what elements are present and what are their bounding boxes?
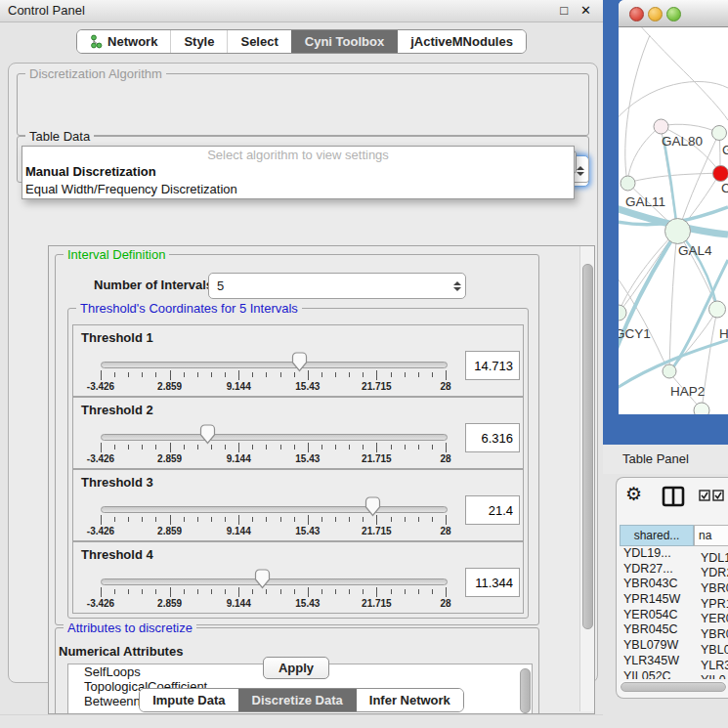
minor-tick (252, 445, 253, 450)
tab-label: jActiveMNodules (410, 34, 513, 49)
number-of-intervals-label: Number of Intervals (94, 278, 213, 292)
major-tick (376, 370, 377, 380)
major-tick (101, 370, 102, 380)
threshold-1-slider-thumb[interactable] (291, 352, 308, 372)
minimize-button[interactable] (648, 7, 663, 21)
close-button[interactable] (629, 7, 644, 21)
network-node-ga[interactable] (712, 126, 727, 141)
bottom-tab-discretize-data[interactable]: Discretize Data (238, 689, 356, 711)
major-tick (238, 443, 239, 452)
minor-tick (114, 517, 115, 522)
network-node-gal4[interactable] (665, 219, 691, 244)
bottom-tab-infer-network[interactable]: Infer Network (356, 689, 463, 711)
table-row[interactable]: YBR043CYBR0 (620, 577, 728, 592)
tab-style[interactable]: Style (170, 30, 227, 53)
column-view-icon[interactable] (662, 486, 685, 507)
tab-network[interactable]: Network (77, 30, 170, 53)
close-panel-icon[interactable]: ✕ (580, 0, 591, 21)
cell-shared-name: YDR27... (620, 562, 695, 578)
select-all-checkboxes-icon[interactable] (699, 490, 724, 501)
tick-label: -3.426 (87, 526, 114, 536)
tab-select[interactable]: Select (227, 30, 290, 53)
tab-jactivemnodules[interactable]: jActiveMNodules (397, 30, 526, 53)
table-rows: YDL19...YDL1YDR27...YDR2YBR043CYBR0YPR14… (620, 546, 728, 679)
float-panel-icon[interactable]: □ (560, 0, 568, 21)
network-node-gal11[interactable] (621, 176, 635, 191)
minor-tick (349, 372, 350, 377)
network-node-hap2[interactable] (663, 364, 676, 378)
table-panel-titlebar: Table Panel (603, 445, 728, 474)
minor-tick (225, 589, 226, 594)
threshold-3-slider-track[interactable] (101, 506, 448, 513)
major-tick (446, 370, 447, 380)
table-row[interactable]: YER054CYER0 (620, 608, 728, 623)
dropdown-prompt-item[interactable]: Select algorithm to view settings (22, 147, 574, 163)
major-tick (101, 587, 102, 597)
threshold-2-slider-track[interactable] (101, 434, 448, 441)
table-row[interactable]: YBR045CYBR0 (620, 622, 728, 638)
table-row[interactable]: YPR145WYPR1 (620, 592, 728, 608)
minor-tick (266, 445, 267, 450)
table-panel-title: Table Panel (622, 445, 689, 474)
scrollbar-thumb[interactable] (621, 682, 726, 692)
table-row[interactable]: YDR27...YDR2 (620, 562, 728, 578)
threshold-3-value-field[interactable] (465, 495, 520, 525)
minor-tick (363, 517, 364, 522)
bottom-tab-impute-data[interactable]: Impute Data (140, 689, 237, 711)
slider-tick-labels: -3.4262.8599.14415.4321.71528 (101, 381, 446, 393)
threshold-3-slider-thumb[interactable] (364, 496, 381, 517)
major-tick (170, 587, 171, 597)
tick-label: 2.859 (157, 526, 182, 536)
table-row[interactable]: YLR345WYLR3 (620, 654, 728, 669)
number-of-intervals-combobox[interactable]: 5 (208, 273, 466, 299)
threshold-2-value-field[interactable] (465, 423, 520, 452)
minor-tick (211, 517, 212, 522)
threshold-4-slider-track[interactable] (101, 578, 448, 585)
table-data-group-title: Table Data (25, 129, 94, 144)
tick-label: 21.715 (362, 453, 392, 464)
cell-shared-name: YIL052C (620, 669, 695, 680)
minor-tick (128, 372, 129, 377)
minor-tick (280, 445, 281, 450)
tick-label: 2.859 (157, 453, 182, 464)
major-tick (308, 515, 309, 525)
table-row[interactable]: YDL19...YDL1 (620, 546, 728, 562)
column-header-shared-name[interactable]: shared... (620, 525, 694, 546)
table-row[interactable]: YIL052CYIL0 (620, 669, 728, 680)
minor-tick (363, 445, 364, 450)
interval-definition-group: Interval Definition Number of Intervals … (55, 254, 539, 625)
threshold-4-slider-thumb[interactable] (254, 569, 271, 589)
minor-tick (405, 517, 406, 522)
network-node-gal80[interactable] (654, 119, 668, 134)
minor-tick (321, 445, 322, 450)
network-node-label: HAP2 (670, 384, 705, 399)
table-row[interactable]: YBL079WYBL0 (620, 638, 728, 654)
major-tick (376, 587, 377, 597)
minor-tick (432, 589, 433, 594)
network-node-h[interactable] (709, 301, 726, 318)
major-tick (238, 515, 239, 525)
threshold-1-value-field[interactable] (465, 351, 520, 380)
column-header-name[interactable]: na (694, 525, 728, 546)
network-node-gcy1[interactable] (619, 305, 626, 321)
network-node-c[interactable] (713, 166, 728, 182)
network-node[interactable] (694, 403, 709, 414)
settings-vertical-scrollbar[interactable] (579, 246, 594, 711)
dropdown-item-manual-discretization[interactable]: Manual Discretization (22, 163, 574, 181)
discretization-algorithm-group: Discretization Algorithm (17, 73, 589, 136)
threshold-4-panel: Threshold 4 -3.4262.8599.14415.4321.7152… (72, 541, 524, 614)
network-node-label: H (719, 326, 728, 341)
network-canvas[interactable]: GAL80GACGAL11GAL4GCY1HHAP2 (619, 27, 728, 414)
tab-cyni-toolbox[interactable]: Cyni Toolbox (291, 30, 397, 53)
gear-icon[interactable]: ⚙ (625, 483, 642, 505)
scrollbar-thumb[interactable] (582, 264, 593, 629)
zoom-button[interactable] (666, 7, 681, 21)
threshold-2-slider-thumb[interactable] (199, 424, 216, 445)
threshold-4-value-field[interactable] (465, 568, 520, 597)
threshold-1-slider-track[interactable] (101, 362, 448, 368)
table-horizontal-scrollbar[interactable] (620, 681, 727, 691)
tab-label: Select (240, 34, 278, 49)
apply-button[interactable]: Apply (263, 657, 329, 679)
minor-tick (184, 589, 185, 594)
dropdown-item-equal-width-frequency[interactable]: Equal Width/Frequency Discretization (22, 181, 574, 198)
